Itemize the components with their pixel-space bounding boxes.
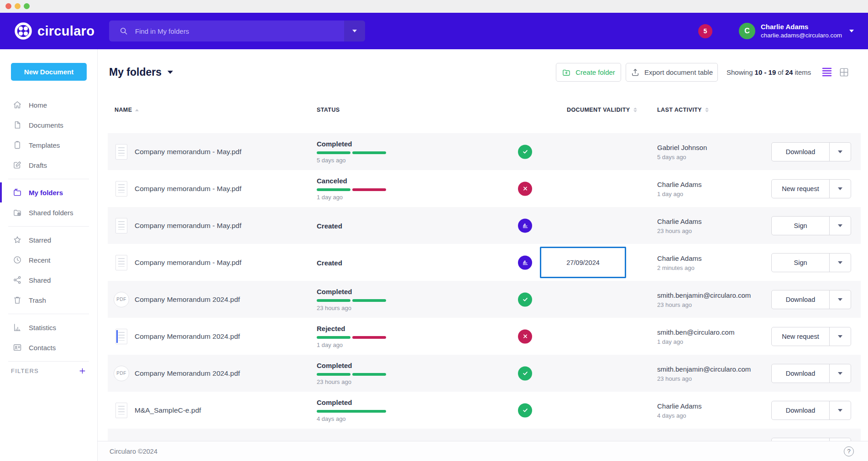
export-icon: [631, 68, 640, 77]
list-view-button[interactable]: [821, 67, 832, 77]
status-cell: Completed 23 hours ago: [317, 362, 386, 385]
sidebar-item-starred[interactable]: Starred: [0, 230, 97, 250]
action-split-button: New request: [771, 179, 851, 198]
chevron-down-icon: [838, 298, 842, 301]
action-split-button: Download: [771, 142, 851, 161]
action-dropdown-toggle[interactable]: [830, 254, 851, 272]
action-dropdown-toggle[interactable]: [830, 290, 851, 309]
progress-segment: [352, 336, 386, 339]
signing-progress-bar: [317, 373, 386, 376]
action-split-button: New request: [771, 327, 851, 346]
chevron-down-icon: [838, 409, 842, 412]
sidebar-item-home[interactable]: Home: [0, 95, 97, 115]
download-button[interactable]: Download: [772, 143, 830, 161]
table-row[interactable]: Company memorandum - May.pdf Canceled 1 …: [108, 170, 861, 207]
action-dropdown-toggle[interactable]: [830, 143, 851, 161]
document-thumbnail-icon: [115, 181, 127, 197]
column-header-status[interactable]: STATUS: [317, 104, 340, 115]
search-input[interactable]: Find in My folders: [109, 21, 365, 41]
table-row[interactable]: Company Memorandum 2024.pdf Rejected 1 d…: [108, 318, 861, 355]
document-name[interactable]: Company Memorandum 2024.pdf: [135, 332, 240, 341]
grid-view-button[interactable]: [839, 67, 849, 78]
sidebar-item-shared-folders[interactable]: Shared folders: [0, 202, 97, 223]
table-row[interactable]: M&A_SampleC-e.pdf Completed 4 days ago C…: [108, 392, 861, 429]
divider: [8, 361, 89, 362]
document-thumbnail-icon: [115, 403, 127, 418]
download-button[interactable]: Download: [772, 401, 830, 420]
create-folder-button[interactable]: Create folder: [556, 63, 621, 82]
document-name[interactable]: Company memorandum - May.pdf: [135, 222, 241, 230]
status-label: Rejected: [317, 325, 386, 332]
main-content: My folders Create folder Export document…: [98, 49, 868, 461]
sidebar: New Document HomeDocumentsTemplatesDraft…: [0, 49, 98, 461]
document-name[interactable]: Company Memorandum 2024.pdf: [135, 369, 240, 378]
sidebar-item-documents[interactable]: Documents: [0, 115, 97, 135]
status-label: Completed: [317, 399, 386, 406]
action-dropdown-toggle[interactable]: [830, 327, 851, 346]
help-button[interactable]: ?: [844, 446, 854, 456]
status-time: 1 day ago: [317, 342, 386, 348]
document-name[interactable]: M&A_SampleC-e.pdf: [135, 406, 201, 414]
sort-asc-icon: [135, 109, 139, 111]
window-zoom-button[interactable]: [24, 3, 30, 9]
table-row[interactable]: Company memorandum - May.pdf Completed 5…: [108, 133, 861, 170]
brand[interactable]: circularo: [14, 13, 94, 49]
sidebar-item-label: Trash: [29, 296, 46, 304]
action-dropdown-toggle[interactable]: [830, 217, 851, 235]
action-dropdown-toggle[interactable]: [830, 180, 851, 198]
sidebar-item-label: Starred: [29, 236, 51, 244]
divider: [8, 226, 89, 227]
activity-actor: smith.benjamin@circularo.com: [657, 365, 751, 373]
filters-label: FILTERS: [11, 368, 39, 374]
table-row[interactable]: PDF Company Memorandum 2024.pdf Complete…: [108, 281, 861, 318]
sidebar-item-recent[interactable]: Recent: [0, 250, 97, 270]
action-dropdown-toggle[interactable]: [830, 364, 851, 383]
activity-time: 23 hours ago: [657, 375, 751, 382]
notifications-badge[interactable]: 5: [698, 24, 712, 38]
new-request-button[interactable]: New request: [772, 327, 830, 346]
items-range: 10 - 19: [755, 68, 776, 76]
sidebar-item-label: Templates: [29, 141, 60, 149]
pdf-file-icon: PDF: [114, 292, 129, 307]
document-name[interactable]: Company Memorandum 2024.pdf: [135, 295, 240, 304]
window-minimize-button[interactable]: [15, 3, 21, 9]
user-menu[interactable]: Charlie Adams charlie.adams@circularo.co…: [761, 22, 842, 39]
new-document-button[interactable]: New Document: [11, 63, 87, 81]
table-row[interactable]: Company memorandum - May.pdf Created 27/…: [108, 244, 861, 281]
table-row[interactable]: [108, 429, 861, 441]
add-filter-button[interactable]: [78, 367, 86, 375]
column-header-validity[interactable]: DOCUMENT VALIDITY: [567, 104, 637, 115]
page-title-dropdown[interactable]: My folders: [109, 63, 173, 82]
new-request-button[interactable]: New request: [772, 180, 830, 198]
search-scope-dropdown[interactable]: [344, 21, 365, 41]
sidebar-item-drafts[interactable]: Drafts: [0, 155, 97, 175]
window-close-button[interactable]: [5, 3, 11, 9]
sidebar-item-statistics[interactable]: Statistics: [0, 317, 97, 337]
download-button[interactable]: Download: [772, 364, 830, 383]
sidebar-item-contacts[interactable]: Contacts: [0, 337, 97, 357]
progress-segment: [317, 151, 350, 154]
sidebar-item-trash[interactable]: Trash: [0, 290, 97, 310]
sidebar-item-templates[interactable]: Templates: [0, 135, 97, 155]
copyright: Circularo ©2024: [110, 448, 157, 455]
document-name[interactable]: Company memorandum - May.pdf: [135, 259, 241, 267]
export-table-button[interactable]: Export document table: [626, 63, 718, 82]
user-menu-chevron-icon[interactable]: [849, 30, 854, 32]
footer: Circularo ©2024 ?: [98, 441, 868, 461]
table-row[interactable]: Company memorandum - May.pdf Created Cha…: [108, 207, 861, 244]
validity-date[interactable]: 27/09/2024: [540, 247, 626, 278]
app-header: circularo Find in My folders 5 C Charlie…: [0, 13, 868, 49]
column-header-name[interactable]: NAME: [115, 104, 139, 115]
document-name[interactable]: Company memorandum - May.pdf: [135, 148, 241, 156]
sign-button[interactable]: Sign: [772, 217, 830, 235]
action-dropdown-toggle[interactable]: [830, 401, 851, 420]
sign-button[interactable]: Sign: [772, 254, 830, 272]
sidebar-item-shared[interactable]: Shared: [0, 270, 97, 290]
column-header-activity[interactable]: LAST ACTIVITY: [657, 104, 709, 115]
table-row[interactable]: PDF Company Memorandum 2024.pdf Complete…: [108, 355, 861, 392]
sidebar-item-my-folders[interactable]: My folders: [0, 182, 97, 202]
download-button[interactable]: Download: [772, 290, 830, 309]
action-split-button: Sign: [771, 253, 851, 272]
document-name[interactable]: Company memorandum - May.pdf: [135, 185, 241, 193]
user-avatar[interactable]: C: [739, 23, 755, 39]
